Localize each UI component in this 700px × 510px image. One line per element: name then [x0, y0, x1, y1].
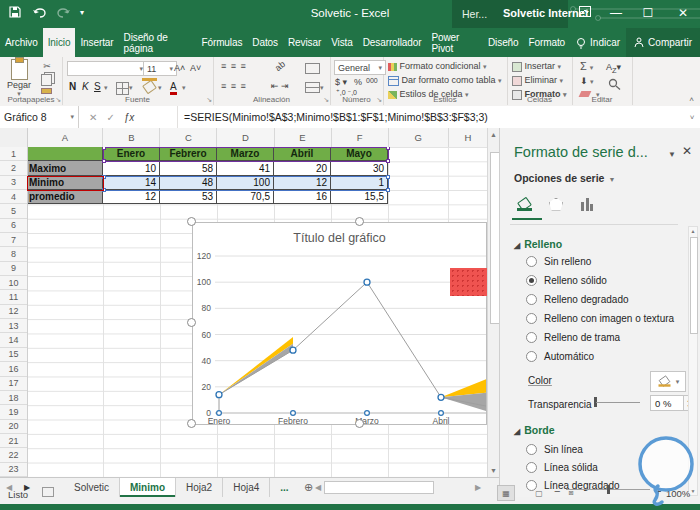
format-painter-icon[interactable] — [41, 88, 52, 94]
tab-power-pivot[interactable]: Power Pivot — [426, 28, 483, 57]
row-header[interactable]: 17 — [0, 377, 27, 391]
cell-F1[interactable]: Mayo — [331, 147, 388, 161]
tab-formato-contextual[interactable]: Formato — [524, 28, 571, 57]
cell-D1[interactable]: Marzo — [217, 147, 274, 161]
zoom-slider-thumb[interactable] — [607, 485, 610, 494]
row-header[interactable]: 7 — [0, 233, 27, 247]
chart-object[interactable]: Título del gráfico 020406080100120EneroF… — [192, 222, 487, 425]
ribbon-display-options-icon[interactable] — [574, 6, 596, 20]
border-section-header[interactable]: ◢Borde — [514, 424, 555, 436]
row-header[interactable]: 22 — [0, 448, 27, 462]
paste-button[interactable]: Pegar▾ — [4, 59, 34, 98]
worksheet-vertical-scrollbar[interactable]: ▲ ▼ — [487, 128, 499, 477]
macro-record-icon[interactable] — [42, 487, 54, 497]
scroll-up-icon[interactable]: ▲ — [689, 228, 697, 234]
sort-filter-icon[interactable]: AZ▾ — [606, 62, 621, 75]
row-header[interactable]: 19 — [0, 405, 27, 419]
cell-F4[interactable]: 15,5 — [331, 190, 388, 204]
align-top-icons[interactable]: ≡ ≡ ≡ — [221, 61, 247, 71]
effects-tab-icon[interactable] — [544, 192, 568, 216]
col-header-D[interactable]: D — [217, 128, 274, 147]
cell-B3[interactable]: 14 — [103, 176, 160, 190]
row-header[interactable]: 9 — [0, 262, 27, 276]
chart-resize-handle[interactable] — [355, 419, 364, 428]
tell-me-box[interactable]: Indicar — [570, 28, 626, 57]
cell-F2[interactable]: 30 — [331, 161, 388, 175]
tab-diseno-contextual[interactable]: Diseño — [483, 28, 524, 57]
worksheet-grid[interactable]: 1234567891011121314151617181920212223 En… — [0, 147, 487, 477]
grow-font-icon[interactable]: A˄ — [174, 63, 185, 73]
row-header[interactable]: 2 — [0, 161, 27, 175]
radio-relleno-solido[interactable]: Relleno sólido — [526, 275, 607, 286]
maximize-button[interactable]: ☐ — [637, 6, 659, 20]
cell-E1[interactable]: Abril — [274, 147, 331, 161]
format-as-table-button[interactable]: Dar formato como tabla ▾ — [388, 75, 502, 86]
row-header[interactable]: 11 — [0, 290, 27, 304]
cell-B1[interactable]: Enero — [103, 147, 160, 161]
row-header[interactable]: 20 — [0, 420, 27, 434]
comma-style-icon[interactable]: 000 — [366, 77, 378, 84]
radio-sin-relleno[interactable]: Sin relleno — [526, 256, 591, 267]
font-color-icon[interactable]: A — [170, 81, 177, 95]
horizontal-scrollbar[interactable]: ◀ ▶ — [312, 480, 484, 494]
cancel-formula-icon[interactable]: ✕ — [89, 112, 97, 123]
tab-revisar[interactable]: Revisar — [283, 28, 326, 57]
row-header[interactable]: 15 — [0, 348, 27, 362]
tab-vista[interactable]: Vista — [326, 28, 358, 57]
percent-icon[interactable]: % — [354, 77, 362, 87]
dialog-launcher-icon[interactable]: ↘ — [206, 96, 212, 104]
enter-formula-icon[interactable]: ✓ — [106, 112, 114, 123]
cut-icon[interactable]: ✂ — [40, 60, 54, 72]
col-header-E[interactable]: E — [275, 128, 332, 147]
conditional-formatting-button[interactable]: Formato condicional ▾ — [388, 61, 487, 71]
merge-dropdown-icon[interactable]: ▾ — [320, 84, 324, 92]
taskpane-title-dropdown-icon[interactable]: ▼ — [668, 150, 676, 159]
select-all-corner[interactable] — [0, 128, 28, 147]
radio-linea-solida[interactable]: Línea sólida — [526, 462, 598, 473]
transparency-slider[interactable] — [596, 402, 640, 403]
cell-C1[interactable]: Febrero — [160, 147, 217, 161]
radio-sin-linea[interactable]: Sin línea — [526, 444, 583, 455]
row-header[interactable]: 18 — [0, 391, 27, 405]
collapse-ribbon-icon[interactable]: ˄ — [689, 95, 694, 104]
page-break-view-icon[interactable]: ⧈ — [562, 485, 580, 501]
radio-relleno-degradado[interactable]: Relleno degradado — [526, 294, 629, 305]
row-header[interactable]: 23 — [0, 463, 27, 477]
col-header-C[interactable]: C — [160, 128, 217, 147]
align-horizontal-icons[interactable]: ≡ ≡ ≡ — [221, 81, 247, 91]
cell-A1[interactable] — [27, 147, 103, 161]
cell-C4[interactable]: 53 — [160, 190, 217, 204]
dialog-launcher-icon[interactable]: ↘ — [376, 96, 382, 104]
scroll-left-icon[interactable]: ◀ — [312, 483, 324, 492]
shrink-font-icon[interactable]: A˅ — [190, 63, 201, 73]
fill-down-icon[interactable]: ⬇ ▾ — [580, 76, 594, 86]
name-box[interactable]: Gráfico 8▾ — [0, 106, 79, 128]
fill-color-button[interactable]: ▾ — [650, 371, 686, 392]
font-size-combo[interactable]: 11▾ — [143, 61, 177, 76]
row-header[interactable]: 21 — [0, 434, 27, 448]
close-button[interactable]: ✕ — [672, 6, 694, 20]
dialog-launcher-icon[interactable]: ↘ — [55, 96, 61, 104]
taskpane-close-icon[interactable]: ✕ — [682, 144, 692, 158]
dialog-launcher-icon[interactable]: ↘ — [323, 96, 329, 104]
italic-icon[interactable]: K — [82, 81, 89, 92]
scroll-right-icon[interactable]: ▶ — [472, 483, 484, 492]
copy-icon[interactable] — [41, 74, 52, 86]
chart-resize-handle[interactable] — [187, 419, 196, 428]
underline-dropdown-icon[interactable]: ▾ — [104, 84, 108, 92]
minimize-button[interactable]: — — [605, 6, 627, 20]
tab-inicio[interactable]: Inicio — [43, 28, 76, 57]
cell-C3[interactable]: 48 — [160, 176, 217, 190]
scroll-down-icon[interactable]: ▼ — [488, 467, 499, 474]
series-options-tab-icon[interactable] — [576, 192, 600, 216]
cell-E2[interactable]: 20 — [274, 161, 331, 175]
share-button[interactable]: Compartir — [626, 28, 700, 57]
cell-D4[interactable]: 70,5 — [217, 190, 274, 204]
fill-color-dropdown-icon[interactable]: ▾ — [158, 84, 162, 92]
cell-B4[interactable]: 12 — [103, 190, 160, 204]
tab-datos[interactable]: Datos — [247, 28, 283, 57]
autosum-icon[interactable]: Σ ▾ — [580, 60, 593, 72]
row-header[interactable]: 4 — [0, 190, 27, 204]
chart-resize-handle[interactable] — [187, 318, 196, 327]
row-header[interactable]: 1 — [0, 147, 27, 161]
